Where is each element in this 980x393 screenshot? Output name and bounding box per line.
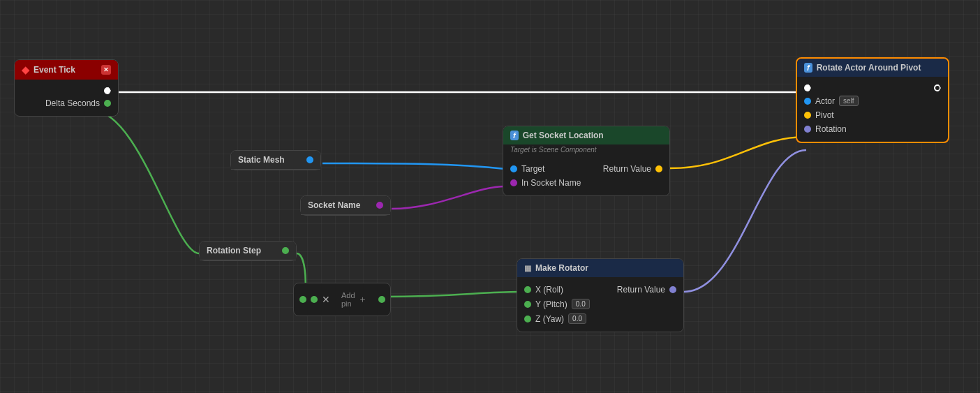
exec-out-pin[interactable] [934, 84, 941, 91]
get-socket-location-title: Get Socket Location [523, 131, 604, 140]
exec-out-pin[interactable] [104, 87, 111, 94]
rotate-actor-header: f Rotate Actor Around Pivot [797, 59, 948, 77]
x-roll-pin[interactable] [524, 286, 531, 293]
socket-name-node: Socket Name [300, 195, 391, 216]
pivot-pin[interactable] [804, 112, 811, 119]
get-socket-location-body: Target Return Value In Socket Name [503, 156, 669, 195]
rotate-actor-body: Actor self Pivot Rotation [797, 77, 948, 142]
multiply-out-pin[interactable] [378, 296, 385, 303]
make-rotator-return-label: Return Value [617, 285, 665, 295]
return-right: Return Value [603, 164, 662, 174]
add-pin-row: Add pin ＋ [334, 289, 374, 310]
rotate-func-icon: f [804, 63, 812, 73]
multiply-node: ✕ Add pin ＋ [293, 283, 391, 316]
y-pitch-pin[interactable] [524, 301, 531, 308]
static-mesh-title: Static Mesh [238, 155, 285, 165]
get-socket-location-node: f Get Socket Location Target is Scene Co… [503, 126, 670, 196]
rotation-row: Rotation [797, 122, 948, 136]
socket-name-title: Socket Name [308, 200, 360, 210]
return-right: Return Value [617, 285, 676, 295]
func-icon: f [510, 131, 519, 140]
event-tick-title: Event Tick [34, 65, 75, 75]
x-roll-label: X (Roll) [535, 285, 563, 295]
exec-exec-row [797, 82, 948, 94]
return-value-label: Return Value [603, 164, 651, 174]
event-tick-header: ◆ Event Tick ✕ [15, 60, 118, 80]
static-mesh-out-pin[interactable] [306, 156, 313, 163]
y-pitch-label: Y (Pitch) [535, 299, 567, 309]
rotate-actor-node: f Rotate Actor Around Pivot Actor self P… [796, 57, 949, 143]
target-left: Target [510, 164, 544, 174]
z-yaw-value[interactable]: 0.0 [568, 313, 586, 324]
y-pitch-value[interactable]: 0.0 [572, 299, 590, 309]
target-return-row: Target Return Value [503, 162, 669, 176]
add-pin-icon[interactable]: ＋ [358, 293, 367, 306]
get-socket-location-subtitle: Target is Scene Component [503, 144, 669, 156]
rotation-step-header: Rotation Step [200, 242, 296, 260]
multiply-symbol: ✕ [322, 294, 330, 305]
rotation-step-node: Rotation Step [199, 241, 297, 261]
static-mesh-header: Static Mesh [231, 151, 320, 170]
rotate-actor-title: Rotate Actor Around Pivot [817, 63, 921, 73]
delta-seconds-label: Delta Seconds [45, 98, 100, 108]
multiply-in-pin-1[interactable] [299, 296, 306, 303]
get-socket-location-header: f Get Socket Location [503, 126, 669, 144]
make-rotator-node: ▦ Make Rotator X (Roll) Return Value Y (… [517, 258, 684, 332]
rotation-step-out-pin[interactable] [282, 247, 289, 254]
make-rotator-icon: ▦ [524, 264, 531, 273]
delta-seconds-row: Delta Seconds [15, 96, 118, 110]
make-rotator-header: ▦ Make Rotator [517, 259, 683, 277]
target-pin[interactable] [510, 165, 517, 172]
in-socket-name-label: In Socket Name [521, 178, 581, 188]
pivot-label: Pivot [815, 110, 834, 120]
delta-seconds-pin[interactable] [104, 100, 111, 107]
x-return-row: X (Roll) Return Value [517, 283, 683, 297]
make-rotator-title: Make Rotator [535, 263, 588, 273]
exec-out-row [15, 85, 118, 96]
target-label: Target [521, 164, 544, 174]
in-socket-name-row: In Socket Name [503, 176, 669, 190]
z-yaw-label: Z (Yaw) [535, 314, 564, 324]
actor-label: Actor [815, 96, 835, 106]
x-left: X (Roll) [524, 285, 563, 295]
rotation-label: Rotation [815, 124, 847, 134]
exec-in-pin[interactable] [804, 84, 811, 91]
socket-name-out-pin[interactable] [376, 202, 383, 209]
actor-value: self [839, 96, 859, 106]
z-yaw-row: Z (Yaw) 0.0 [517, 311, 683, 326]
event-icon: ◆ [22, 64, 29, 75]
add-pin-label: Add pin [341, 291, 355, 308]
rotation-step-title: Rotation Step [207, 246, 261, 255]
rotation-pin[interactable] [804, 126, 811, 133]
multiply-in-pin-2[interactable] [311, 296, 318, 303]
static-mesh-node: Static Mesh [230, 150, 321, 170]
close-button[interactable]: ✕ [101, 65, 111, 75]
pivot-row: Pivot [797, 108, 948, 122]
event-tick-body: Delta Seconds [15, 80, 118, 116]
y-pitch-row: Y (Pitch) 0.0 [517, 297, 683, 311]
in-socket-name-pin[interactable] [510, 179, 517, 186]
make-rotator-return-pin[interactable] [669, 286, 676, 293]
multiply-content: ✕ Add pin ＋ [299, 289, 385, 310]
make-rotator-body: X (Roll) Return Value Y (Pitch) 0.0 Z (Y… [517, 277, 683, 332]
actor-row: Actor self [797, 94, 948, 108]
actor-pin[interactable] [804, 98, 811, 105]
return-value-pin[interactable] [655, 165, 662, 172]
z-yaw-pin[interactable] [524, 316, 531, 322]
socket-name-header: Socket Name [301, 196, 390, 215]
event-tick-node: ◆ Event Tick ✕ Delta Seconds [14, 59, 119, 117]
